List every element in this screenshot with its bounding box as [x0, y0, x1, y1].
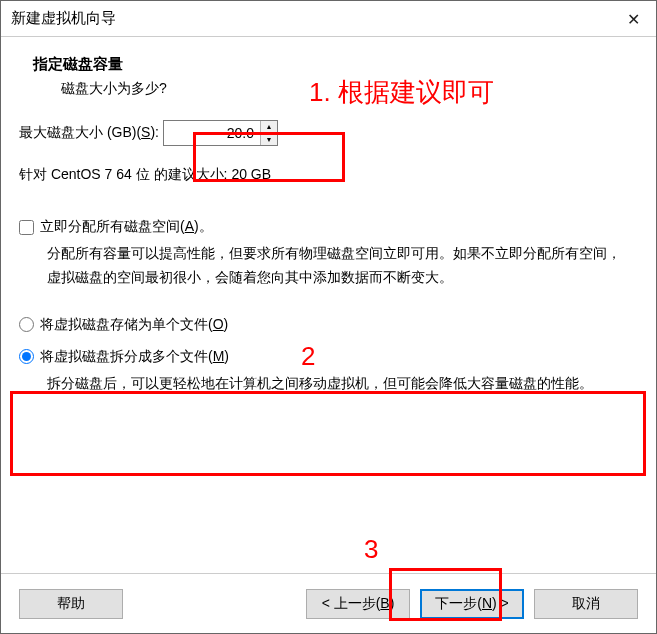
button-label: 帮助: [57, 595, 85, 613]
allocate-now-checkbox[interactable]: [19, 220, 34, 235]
window-title: 新建虚拟机向导: [11, 9, 116, 28]
spinner-buttons: ▲ ▼: [260, 121, 277, 145]
next-button[interactable]: 下一步(N) >: [420, 589, 524, 619]
back-button[interactable]: < 上一步(B): [306, 589, 410, 619]
max-disk-size-label: 最大磁盘大小 (GB)(S):: [19, 124, 159, 142]
store-single-radio[interactable]: [19, 317, 34, 332]
button-label: 取消: [572, 595, 600, 613]
allocate-now-desc: 分配所有容量可以提高性能，但要求所有物理磁盘空间立即可用。如果不立即分配所有空间…: [19, 236, 638, 290]
label-part: 立即分配所有磁盘空间(: [40, 218, 185, 234]
label-part: ):: [150, 124, 159, 140]
button-label: < 上一步(B): [322, 595, 395, 613]
wizard-content: 最大磁盘大小 (GB)(S): ▲ ▼ 针对 CentOS 7 64 位 的建议…: [1, 106, 656, 405]
spinner-down-icon[interactable]: ▼: [261, 134, 277, 146]
label-part: ) >: [492, 595, 509, 611]
label-part: 将虚拟磁盘存储为单个文件(: [40, 316, 213, 332]
label-part: ): [224, 348, 229, 364]
spinner-up-icon[interactable]: ▲: [261, 121, 277, 134]
button-label: 下一步(N) >: [435, 595, 509, 613]
help-button[interactable]: 帮助: [19, 589, 123, 619]
max-disk-size-row: 最大磁盘大小 (GB)(S): ▲ ▼: [19, 120, 638, 146]
store-split-label: 将虚拟磁盘拆分成多个文件(M): [40, 348, 229, 366]
recommended-size: 针对 CentOS 7 64 位 的建议大小: 20 GB: [19, 166, 638, 184]
label-part: 下一步(: [435, 595, 482, 611]
label-part: < 上一步(: [322, 595, 381, 611]
close-icon: ✕: [627, 10, 640, 29]
label-part: 最大磁盘大小 (GB)(: [19, 124, 141, 140]
cancel-button[interactable]: 取消: [534, 589, 638, 619]
wizard-footer: 帮助 < 上一步(B) 下一步(N) > 取消: [1, 573, 656, 633]
label-hotkey: N: [482, 595, 492, 611]
label-hotkey: B: [380, 595, 389, 611]
page-title: 指定磁盘容量: [33, 55, 632, 74]
annotation-text-3: 3: [364, 534, 378, 565]
store-split-radio[interactable]: [19, 349, 34, 364]
disk-size-input[interactable]: [164, 121, 260, 145]
label-part: )。: [194, 218, 213, 234]
store-single-label: 将虚拟磁盘存储为单个文件(O): [40, 316, 228, 334]
label-hotkey: O: [213, 316, 224, 332]
wizard-header: 指定磁盘容量 磁盘大小为多少?: [1, 37, 656, 106]
close-button[interactable]: ✕: [610, 1, 656, 37]
wizard-window: 新建虚拟机向导 ✕ 指定磁盘容量 磁盘大小为多少? 最大磁盘大小 (GB)(S)…: [0, 0, 657, 634]
label-hotkey: A: [185, 218, 194, 234]
disk-size-spinner[interactable]: ▲ ▼: [163, 120, 278, 146]
label-part: ): [224, 316, 229, 332]
store-split-desc: 拆分磁盘后，可以更轻松地在计算机之间移动虚拟机，但可能会降低大容量磁盘的性能。: [19, 366, 638, 406]
label-part: ): [390, 595, 395, 611]
page-subtitle: 磁盘大小为多少?: [33, 80, 632, 98]
label-part: 将虚拟磁盘拆分成多个文件(: [40, 348, 213, 364]
allocate-now-label: 立即分配所有磁盘空间(A)。: [40, 218, 213, 236]
label-hotkey: M: [213, 348, 225, 364]
titlebar: 新建虚拟机向导 ✕: [1, 1, 656, 37]
